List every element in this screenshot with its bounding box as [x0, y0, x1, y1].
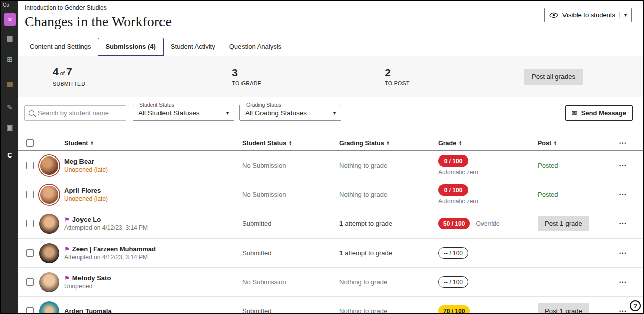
post-all-grades-button[interactable]: Post all grades [524, 69, 583, 85]
grade-pill[interactable]: -- / 100 [438, 247, 468, 259]
table-options-icon[interactable]: ••• [619, 138, 643, 149]
grading-status: 1attempt to grade [339, 249, 438, 257]
post-status: Posted [538, 162, 619, 169]
student-name[interactable]: April Flores [64, 187, 242, 194]
column-header-grade[interactable]: Grade ▲▼ [438, 140, 538, 147]
student-cell: April Flores Unopened (late) [64, 187, 242, 202]
sidebar-clipboard-icon[interactable]: ▥ [1, 80, 18, 88]
sidebar-letter: C [1, 151, 18, 159]
table-row: Arden Tuomala Submitted Nothing to grade… [18, 297, 643, 313]
student-cell: Arden Tuomala [64, 307, 242, 313]
student-name[interactable]: ⚑ Zeen | Farzeen Muhammad [64, 245, 242, 253]
column-header-post[interactable]: Post ▲▼ [538, 140, 619, 147]
sort-icon: ▲▼ [554, 141, 557, 146]
grade-pill[interactable]: 70 / 100 [438, 305, 470, 313]
row-checkbox[interactable] [26, 220, 34, 227]
grade-pill[interactable]: 0 / 100 [438, 155, 468, 167]
grading-status-select-value: All Grading Statuses [245, 109, 307, 117]
sort-icon: ▲▼ [91, 141, 94, 146]
visibility-dropdown[interactable]: Visible to students ▾ [544, 8, 632, 22]
select-all-checkbox[interactable] [26, 139, 34, 147]
student-cell: ⚑ Melody Sato Unopened [64, 274, 242, 290]
student-status: No Submission [242, 278, 339, 286]
student-status: No Submission [242, 162, 339, 169]
stat-to-grade-value: 3 [232, 67, 261, 78]
filter-row: Student Status All Student Statuses ▾ Gr… [24, 105, 633, 121]
sort-icon: ▲▼ [459, 141, 462, 146]
row-options-icon[interactable]: ••• [619, 218, 643, 229]
post-grade-button[interactable]: Post 1 grade [538, 303, 589, 313]
table-header-row: Student ▲▼ Student Status ▲▼ Grading Sta… [18, 136, 643, 151]
bookmark-icon: ⚑ [64, 246, 70, 253]
help-button[interactable]: ? [630, 300, 641, 311]
chevron-down-icon: ▾ [619, 12, 627, 18]
eye-icon [549, 12, 558, 18]
stat-submitted: 4of7 SUBMITTED [53, 66, 85, 87]
row-options-icon[interactable]: ••• [619, 160, 643, 171]
row-options-icon[interactable]: ••• [619, 189, 643, 200]
grading-status-select[interactable]: Grading Status All Grading Statuses ▾ [239, 105, 341, 121]
grade-pill[interactable]: -- / 100 [438, 276, 468, 288]
bookmark-icon: ⚑ [64, 216, 70, 223]
row-checkbox[interactable] [26, 307, 34, 313]
grade-pill[interactable]: 0 / 100 [438, 184, 468, 196]
tab-submissions[interactable]: Submissions (4) [98, 38, 163, 56]
student-name[interactable]: Arden Tuomala [64, 307, 242, 313]
student-search [24, 105, 126, 121]
grade-cell: -- / 100 [438, 276, 538, 288]
row-checkbox[interactable] [26, 278, 34, 286]
avatar [39, 243, 59, 263]
row-checkbox[interactable] [26, 162, 34, 169]
question-mark-icon: ? [633, 302, 637, 310]
tab-question-analysis[interactable]: Question Analysis [222, 38, 288, 56]
stat-to-grade: 3 TO GRADE [232, 67, 261, 86]
student-status-select[interactable]: Student Status All Student Statuses ▾ [133, 105, 234, 121]
student-status: No Submission [242, 191, 339, 198]
table-row: ⚑ Melody Sato Unopened No Submission Not… [18, 268, 643, 297]
row-checkbox[interactable] [26, 249, 34, 257]
grade-cell: 0 / 100 Automatic zero [438, 184, 538, 205]
collapsed-sidebar: Co ✕ ▤ ⊞ ▥ ✎ ▣ C [1, 1, 18, 313]
row-checkbox[interactable] [26, 191, 34, 198]
student-status: Submitted [242, 220, 339, 227]
student-cell: Meg Bear Unopened (late) [64, 158, 242, 173]
avatar [39, 155, 59, 176]
grade-cell: 70 / 100 [438, 305, 538, 313]
grading-status: Nothing to grade [339, 278, 438, 286]
tab-student-activity[interactable]: Student Activity [164, 38, 222, 56]
stat-to-post: 2 TO POST [385, 67, 410, 86]
column-header-student-status[interactable]: Student Status ▲▼ [242, 140, 339, 147]
grade-note: Override [476, 220, 499, 227]
chevron-down-icon: ▾ [226, 110, 229, 116]
grading-status: 1attempt to grade [339, 220, 438, 227]
row-options-icon[interactable]: ••• [619, 248, 643, 259]
student-subtitle: Unopened (late) [64, 195, 242, 202]
student-subtitle: Unopened (late) [64, 166, 242, 173]
grade-pill[interactable]: 50 / 100 [438, 218, 470, 229]
send-message-button[interactable]: ✉ Send Message [565, 105, 633, 121]
app-window: Co ✕ ▤ ⊞ ▥ ✎ ▣ C Introduction to Gender … [1, 1, 643, 313]
grade-cell: 50 / 100 Override [438, 218, 538, 229]
tab-content-and-settings[interactable]: Content and Settings [23, 38, 98, 56]
grade-note: Automatic zero [438, 169, 478, 176]
student-name[interactable]: Meg Bear [64, 158, 242, 165]
row-options-icon[interactable]: ••• [619, 277, 643, 288]
close-icon: ✕ [7, 16, 12, 23]
student-cell: ⚑ Joyce Lo Attempted on 4/12/23, 3:14 PM [64, 216, 242, 231]
student-name[interactable]: ⚑ Melody Sato [64, 274, 242, 282]
column-header-grading-status[interactable]: Grading Status ▲▼ [339, 140, 438, 147]
sidebar-pencil-icon[interactable]: ✎ [1, 103, 18, 111]
grade-cell: -- / 100 [438, 247, 538, 259]
sidebar-grid-icon[interactable]: ⊞ [1, 55, 18, 63]
column-header-student[interactable]: Student ▲▼ [64, 140, 242, 147]
search-input[interactable] [38, 109, 126, 117]
sidebar-card-icon[interactable]: ▣ [1, 123, 18, 131]
avatar [39, 185, 59, 205]
avatar [39, 272, 59, 292]
post-grade-button[interactable]: Post 1 grade [538, 216, 589, 231]
frozen-column-divider [151, 151, 151, 313]
breadcrumb[interactable]: Introduction to Gender Studies [25, 4, 633, 11]
close-panel-button[interactable]: ✕ [4, 13, 16, 26]
sidebar-document-icon[interactable]: ▤ [1, 34, 18, 42]
student-name[interactable]: ⚑ Joyce Lo [64, 216, 242, 223]
